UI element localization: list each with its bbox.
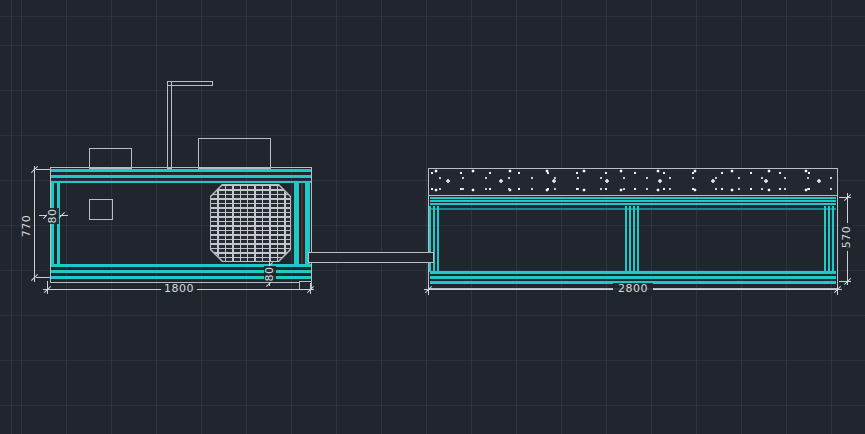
right-bench-top-rail (430, 197, 836, 205)
right-bench-mid-post (625, 206, 639, 272)
sink-hatch[interactable] (210, 184, 291, 262)
dim-label-80-side[interactable]: 80 (47, 208, 59, 224)
dim-770-ext-bottom (36, 277, 50, 278)
dim-770-ext-top (36, 169, 50, 170)
dim-label-570[interactable]: 570 (841, 223, 853, 251)
dim-770-line (34, 166, 35, 282)
connector-rail[interactable] (308, 252, 434, 263)
dim-label-770[interactable]: 770 (21, 211, 33, 241)
right-bench-right-post (824, 206, 836, 272)
left-cabinet-top-rail (51, 169, 311, 183)
inner-outlet-box[interactable] (89, 199, 113, 220)
dim-label-2800[interactable]: 2800 (613, 283, 653, 296)
sink-hatch-fill (211, 185, 290, 261)
cad-viewport[interactable]: 770 80 80 1800 2800 (0, 0, 865, 434)
backsplash-box-left[interactable] (89, 148, 132, 169)
dim-label-1800[interactable]: 1800 (161, 283, 197, 296)
faucet-riser (167, 81, 172, 169)
faucet-spout (167, 81, 213, 86)
dim-label-80-bottom[interactable]: 80 (264, 266, 276, 282)
concrete-countertop[interactable] (428, 168, 838, 196)
backsplash-box-right[interactable] (198, 138, 271, 169)
